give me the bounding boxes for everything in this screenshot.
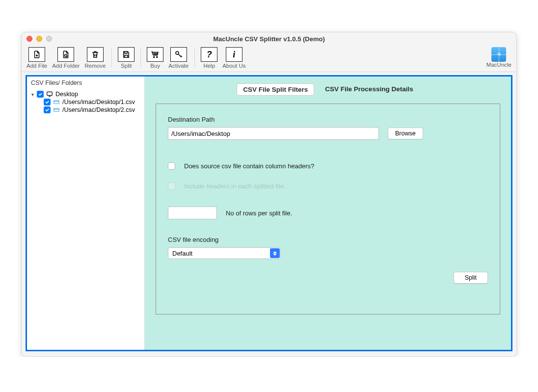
browse-button[interactable]: Browse	[388, 128, 423, 139]
key-icon	[170, 47, 187, 62]
titlebar: MacUncle CSV Splitter v1.0.5 (Demo)	[22, 32, 516, 45]
dest-path-label: Destination Path	[168, 116, 488, 123]
brand: ༄ MacUncle	[486, 47, 511, 68]
csv-file-icon	[53, 106, 60, 113]
include-headers-label: Include headers in each splitted file.	[184, 183, 286, 190]
tree-root-label: Desktop	[55, 91, 78, 98]
about-label: About Us	[222, 63, 245, 69]
chevron-down-icon[interactable]: ▾	[30, 92, 35, 97]
svg-rect-4	[47, 92, 53, 95]
remove-label: Remove	[84, 63, 106, 69]
sidebar: CSV Files/ Folders ▾ Desktop /Users/imac…	[27, 77, 145, 350]
trash-icon	[87, 47, 104, 62]
file-tree: ▾ Desktop /Users/imac/Desktop/1.csv /Use…	[27, 89, 144, 115]
csv-file-icon	[53, 99, 60, 105]
tree-file[interactable]: /Users/imac/Desktop/1.csv	[30, 98, 141, 106]
toolbar-separator	[194, 48, 195, 68]
activate-button[interactable]: Activate	[168, 47, 188, 69]
brand-label: MacUncle	[486, 62, 511, 68]
add-file-icon	[28, 47, 45, 62]
checkbox-checked-icon[interactable]	[44, 106, 51, 113]
monitor-icon	[46, 91, 54, 98]
svg-point-3	[176, 52, 179, 54]
svg-point-1	[154, 56, 155, 57]
svg-point-2	[157, 56, 158, 57]
checkbox-checked-icon[interactable]	[44, 99, 51, 105]
svg-rect-5	[54, 101, 59, 104]
split-action-button[interactable]: Split	[454, 272, 488, 284]
has-headers-label: Does source csv file contain column head…	[184, 162, 314, 170]
tree-file-label: /Users/imac/Desktop/2.csv	[62, 106, 135, 113]
window-title: MacUncle CSV Splitter v1.0.5 (Demo)	[22, 35, 516, 43]
add-folder-label: Add Folder	[52, 63, 80, 69]
about-button[interactable]: i About Us	[222, 47, 245, 69]
tabs: CSV File Split Filters CSV File Processi…	[156, 83, 500, 96]
help-label: Help	[203, 63, 215, 69]
add-file-button[interactable]: Add File	[27, 47, 47, 69]
buy-label: Buy	[150, 63, 160, 69]
split-button[interactable]: Split	[118, 47, 134, 69]
tab-processing[interactable]: CSV File Processing Details	[319, 83, 419, 96]
svg-rect-6	[54, 108, 59, 112]
help-icon: ?	[201, 47, 217, 62]
has-headers-checkbox[interactable]	[168, 162, 175, 170]
dest-path-input[interactable]	[168, 127, 379, 140]
toolbar-separator	[111, 48, 112, 68]
sidebar-heading: CSV Files/ Folders	[27, 77, 144, 89]
app-window: MacUncle CSV Splitter v1.0.5 (Demo) Add …	[21, 32, 517, 357]
brand-logo-icon: ༄	[491, 47, 506, 62]
tab-filters[interactable]: CSV File Split Filters	[237, 83, 314, 96]
include-headers-checkbox	[168, 183, 175, 190]
remove-button[interactable]: Remove	[84, 47, 106, 69]
split-label: Split	[121, 63, 132, 69]
save-icon	[118, 47, 134, 62]
encoding-label: CSV file encoding	[168, 236, 488, 243]
add-file-label: Add File	[27, 63, 47, 69]
rows-per-file-input[interactable]	[168, 207, 217, 219]
tree-file-label: /Users/imac/Desktop/1.csv	[62, 99, 135, 105]
info-icon: i	[226, 47, 242, 62]
buy-button[interactable]: Buy	[147, 47, 163, 69]
cart-icon	[147, 47, 163, 62]
checkbox-checked-icon[interactable]	[37, 91, 44, 98]
help-button[interactable]: ? Help	[201, 47, 217, 69]
main-panel: CSV File Split Filters CSV File Processi…	[145, 77, 511, 350]
activate-label: Activate	[168, 63, 188, 69]
encoding-value[interactable]	[168, 247, 281, 259]
toolbar-separator	[140, 48, 141, 68]
tree-root[interactable]: ▾ Desktop	[30, 90, 141, 98]
rows-per-file-label: No of rows per split file.	[226, 209, 292, 217]
select-stepper-icon[interactable]	[270, 248, 280, 258]
content: CSV Files/ Folders ▾ Desktop /Users/imac…	[26, 75, 512, 351]
add-folder-icon	[57, 47, 74, 62]
toolbar: Add File Add Folder Remove Split B	[22, 45, 516, 72]
filters-panel: Destination Path Browse Does source csv …	[156, 104, 500, 314]
add-folder-button[interactable]: Add Folder	[52, 47, 80, 69]
encoding-select[interactable]	[168, 247, 281, 259]
tree-file[interactable]: /Users/imac/Desktop/2.csv	[30, 106, 141, 114]
